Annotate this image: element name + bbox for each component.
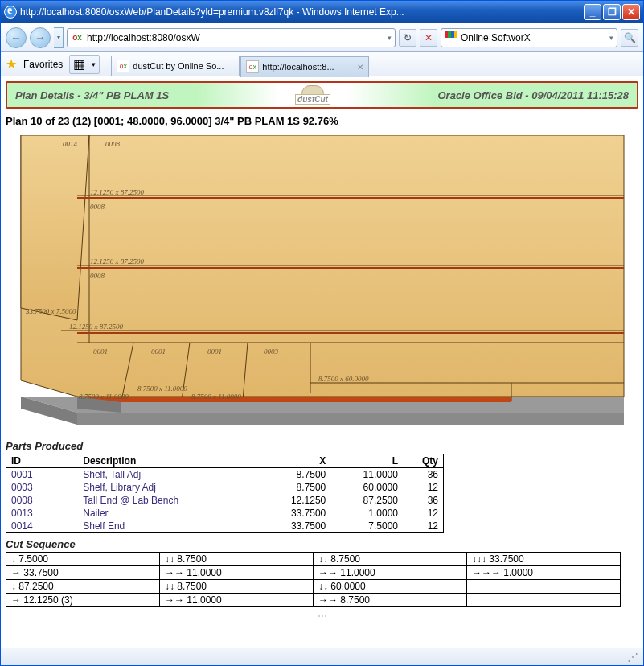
favorites-star-icon[interactable]: ★ bbox=[6, 56, 17, 72]
svg-marker-2 bbox=[77, 413, 624, 425]
diag-bot-dim-0: 8.7500 x 11.0000 bbox=[79, 393, 129, 401]
diag-dim-1: 12.1250 x 87.2500 bbox=[90, 188, 144, 196]
cell-desc: Tall End @ Lab Bench bbox=[78, 494, 258, 507]
table-row: 0014Shelf End33.75007.500012 bbox=[6, 520, 444, 533]
table-row: → 33.7500→→ 11.0000→→ 11.0000→→→ 1.0000 bbox=[6, 566, 621, 580]
cell-l: 60.0000 bbox=[330, 481, 403, 494]
col-x: X bbox=[259, 454, 331, 468]
minimize-button[interactable]: _ bbox=[584, 4, 601, 20]
tab-label: dustCut by Online So... bbox=[133, 61, 234, 71]
svg-marker-19 bbox=[77, 397, 511, 402]
titlebar: http://localhost:8080/osxWeb/PlanDetails… bbox=[1, 1, 643, 23]
diag-bot-dim-r: 8.7500 x 60.0000 bbox=[318, 375, 369, 383]
cut-cell: →→→ 1.0000 bbox=[467, 566, 621, 580]
refresh-button[interactable]: ↻ bbox=[399, 29, 416, 47]
logo-text: dustCut bbox=[295, 94, 330, 105]
table-row: 0003Shelf, Library Adj8.750060.000012 bbox=[6, 481, 444, 494]
ie-icon bbox=[4, 6, 17, 18]
cell-desc: Shelf, Library Adj bbox=[78, 481, 258, 494]
header-left: Plan Details - 3/4" PB PLAM 1S bbox=[7, 83, 279, 107]
diag-id-0008-a: 0008 bbox=[105, 140, 121, 148]
col-qty: Qty bbox=[403, 454, 444, 468]
diag-bot-id-3: 0003 bbox=[264, 347, 279, 356]
diag-dim-2: 12.1250 x 87.2500 bbox=[90, 257, 144, 265]
url-input[interactable] bbox=[87, 32, 384, 43]
cell-qty: 12 bbox=[403, 481, 444, 494]
back-button[interactable]: ← bbox=[6, 27, 27, 48]
resize-grip-icon[interactable]: ⋰ bbox=[627, 651, 637, 664]
quick-tabs-icon: ▦ bbox=[70, 56, 88, 73]
cell-x: 8.7500 bbox=[259, 468, 331, 482]
search-input[interactable] bbox=[461, 32, 606, 43]
cell-id: 0001 bbox=[6, 468, 79, 482]
quick-tabs-dropdown[interactable]: ▾ bbox=[88, 56, 99, 73]
cell-x: 33.7500 bbox=[259, 507, 331, 520]
cut-cell: ↓↓↓ 33.7500 bbox=[467, 553, 621, 566]
maximize-button[interactable]: ❐ bbox=[603, 4, 621, 20]
site-favicon: ox bbox=[71, 31, 84, 44]
url-dropdown-icon[interactable]: ▾ bbox=[388, 34, 392, 42]
application-window: http://localhost:8080/osxWeb/PlanDetails… bbox=[0, 0, 644, 666]
cell-qty: 12 bbox=[403, 520, 444, 533]
cell-qty: 36 bbox=[403, 468, 444, 482]
forward-button[interactable]: → bbox=[30, 27, 51, 48]
cell-id: 0014 bbox=[6, 520, 79, 533]
col-id: ID bbox=[6, 454, 79, 468]
nav-history-dropdown[interactable]: ▾ bbox=[54, 27, 64, 48]
favorites-label[interactable]: Favorites bbox=[23, 59, 63, 70]
tab-close-icon[interactable]: ✕ bbox=[357, 63, 363, 72]
cell-l: 7.5000 bbox=[330, 520, 403, 533]
search-dropdown-icon[interactable]: ▾ bbox=[609, 34, 613, 42]
cell-l: 11.0000 bbox=[330, 468, 403, 482]
page-header-bar: Plan Details - 3/4" PB PLAM 1S dustCut O… bbox=[6, 81, 638, 109]
cut-cell: ↓↓ 60.0000 bbox=[314, 580, 467, 594]
navigation-bar: ← → ▾ ox ▾ ↻ ✕ ▾ 🔍 bbox=[1, 23, 643, 52]
search-go-button[interactable]: 🔍 bbox=[621, 29, 638, 47]
col-desc: Description bbox=[78, 454, 258, 468]
diag-bot-dim-1: 8.7500 x 11.0000 bbox=[137, 384, 187, 393]
cell-desc: Nailer bbox=[78, 507, 258, 520]
search-provider-icon bbox=[445, 31, 457, 44]
cut-cell: →→ 11.0000 bbox=[160, 566, 314, 580]
table-row: → 12.1250 (3)→→ 11.0000→→ 8.7500 bbox=[6, 594, 621, 607]
cell-qty: 36 bbox=[403, 494, 444, 507]
address-bar[interactable]: ox ▾ bbox=[67, 28, 396, 47]
svg-marker-4 bbox=[21, 135, 89, 320]
stop-button[interactable]: ✕ bbox=[420, 29, 437, 47]
cut-cell: → 33.7500 bbox=[6, 566, 160, 580]
scroll-indicator: ⋯ bbox=[6, 610, 638, 622]
cut-cell bbox=[467, 594, 621, 607]
table-row: 0013Nailer33.75001.000012 bbox=[6, 507, 444, 520]
quick-tabs-button[interactable]: ▦ ▾ bbox=[69, 55, 100, 74]
tab-favicon: ox bbox=[246, 60, 259, 73]
tab-dustcut[interactable]: ox dustCut by Online So... bbox=[111, 56, 240, 76]
cut-cell: ↓ 87.2500 bbox=[6, 580, 160, 594]
cut-cell: →→ 11.0000 bbox=[160, 594, 314, 607]
plan-summary: Plan 10 of 23 (12) [0001; 48.0000, 96.00… bbox=[6, 115, 638, 127]
search-bar[interactable]: ▾ bbox=[441, 28, 617, 47]
diag-dim-left: 33.7500 x 7.5000 bbox=[25, 307, 76, 315]
cut-cell: ↓↓ 8.7500 bbox=[314, 553, 467, 566]
cut-plan-diagram: 0014 33.7500 x 7.5000 0008 12.1250 x 87.… bbox=[13, 135, 632, 429]
close-button[interactable]: ✕ bbox=[622, 4, 640, 20]
cut-cell: →→ 11.0000 bbox=[314, 566, 467, 580]
diag-bot-id-2: 0001 bbox=[207, 347, 222, 356]
cell-l: 1.0000 bbox=[330, 507, 403, 520]
cell-x: 8.7500 bbox=[259, 481, 331, 494]
status-bar: ⋰ bbox=[1, 648, 643, 665]
cell-x: 33.7500 bbox=[259, 520, 331, 533]
col-l: L bbox=[330, 454, 403, 468]
cell-desc: Shelf, Tall Adj bbox=[78, 468, 258, 482]
tab-plandetails[interactable]: ox http://localhost:8... ✕ bbox=[240, 56, 369, 77]
cut-sequence-table: ↓ 7.5000↓↓ 8.7500↓↓ 8.7500↓↓↓ 33.7500→ 3… bbox=[6, 552, 621, 607]
table-row: ↓ 7.5000↓↓ 8.7500↓↓ 8.7500↓↓↓ 33.7500 bbox=[6, 553, 621, 566]
diag-bot-id-0: 0001 bbox=[93, 347, 108, 356]
table-row: ↓ 87.2500↓↓ 8.7500↓↓ 60.0000 bbox=[6, 580, 621, 594]
page-content: Plan Details - 3/4" PB PLAM 1S dustCut O… bbox=[1, 76, 643, 648]
cell-desc: Shelf End bbox=[78, 520, 258, 533]
parts-section-title: Parts Produced bbox=[6, 440, 638, 452]
cut-cell: ↓ 7.5000 bbox=[6, 553, 160, 566]
cell-x: 12.1250 bbox=[259, 494, 331, 507]
diag-dim-3: 12.1250 x 87.2500 bbox=[69, 323, 123, 331]
header-logo: dustCut bbox=[279, 83, 347, 107]
